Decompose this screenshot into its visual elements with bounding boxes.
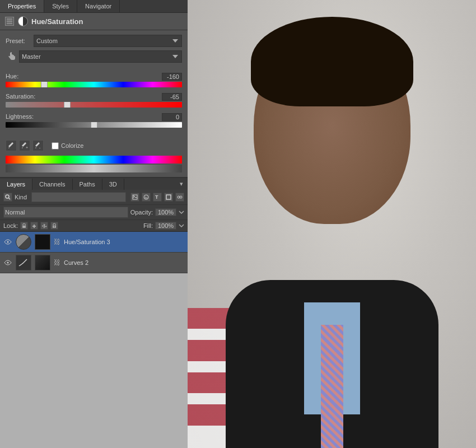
image-filter-icon[interactable] [130,193,139,202]
tab-bar: Properties Styles Navigator [0,0,188,13]
master-row: Master [6,50,182,63]
lock-row: Lock: Fill: 100% [0,220,188,232]
lightness-value[interactable]: 0 [162,113,182,121]
sliders-section: Hue: -160 Saturation: -65 Lightness: 0 [0,71,188,138]
layer-mask-thumb-1 [35,234,50,250]
layers-panel: Layers Channels Paths 3D ▾ Kind fx T [0,177,188,273]
layer-name-2[interactable]: Curves 2 [64,259,88,266]
rainbow-bar-top [6,156,182,164]
rainbow-bar-bottom [6,165,182,172]
preset-row: Preset: Custom [6,35,182,47]
fill-dropdown-icon[interactable] [179,223,184,228]
hand-icon [6,50,17,63]
tools-row: + - Colorize [0,138,188,156]
tab-layers[interactable]: Layers [0,179,32,190]
kind-filter-row: Kind fx T [0,190,188,205]
layer-link-icon-1: ⛓ [54,238,60,246]
text-filter-icon[interactable]: T [153,193,162,202]
hue-label: Hue: [6,73,18,81]
hue-track[interactable] [6,82,182,87]
adjustment-filter-icon[interactable] [175,193,184,202]
svg-text:fx: fx [145,196,148,199]
svg-point-13 [178,196,180,198]
svg-text:T: T [155,194,158,200]
fill-value[interactable]: 100% [155,222,176,230]
portrait-canvas [188,0,476,448]
lock-move-icon[interactable] [40,222,48,230]
saturation-value[interactable]: -65 [162,93,182,101]
lock-position-icon[interactable] [30,222,38,230]
kind-label: Kind [15,194,27,200]
kind-select[interactable] [31,192,126,202]
lock-label: Lock: [3,222,18,229]
blend-mode-select[interactable]: Normal [3,207,128,218]
panel-title: Hue/Saturation [31,17,83,26]
eyedropper-tool[interactable] [6,140,17,151]
svg-rect-15 [22,226,26,228]
layer-row[interactable]: ⛓ Hue/Saturation 3 [0,232,188,253]
preset-section: Preset: Custom Master [0,30,188,71]
hue-value[interactable]: -160 [162,73,182,81]
fill-label: Fill: [143,222,153,229]
layer-mask-thumb-2 [35,255,50,270]
tab-navigator[interactable]: Navigator [77,0,120,12]
svg-rect-0 [6,18,13,25]
tab-paths[interactable]: Paths [73,179,102,190]
layer-row[interactable]: ⛓ Curves 2 [0,253,188,273]
layer-icon-box [4,16,15,26]
svg-rect-12 [166,195,171,199]
tie-area [321,325,343,448]
blend-opacity-row: Normal Opacity: 100% [0,205,188,220]
svg-point-14 [180,196,182,198]
svg-point-19 [7,262,9,264]
huesat-adjustment-icon [16,234,31,250]
layers-panel-menu[interactable]: ▾ [175,178,188,190]
tab-styles[interactable]: Styles [44,0,77,12]
tab-properties[interactable]: Properties [0,0,44,12]
fx-filter-icon[interactable]: fx [142,193,151,202]
svg-line-6 [9,198,11,200]
colorize-checkbox[interactable] [52,142,59,150]
layer-link-icon-2: ⛓ [54,259,60,267]
eyedropper-plus-tool[interactable]: + [19,140,30,151]
colorize-checkbox-wrap: Colorize [52,142,83,150]
panel: Properties Styles Navigator Hue/Saturati… [0,0,188,273]
hue-slider-row: Hue: -160 [6,73,182,87]
lightness-thumb[interactable] [91,122,97,128]
search-icon[interactable] [3,193,12,202]
svg-point-18 [7,241,9,243]
lightness-track[interactable] [6,122,182,128]
layer-visibility-eye-1[interactable] [3,237,12,246]
saturation-thumb[interactable] [64,102,71,108]
lock-all-icon[interactable] [50,222,58,230]
lightness-slider-row: Lightness: 0 [6,113,182,128]
saturation-slider-row: Saturation: -65 [6,93,182,108]
saturation-track[interactable] [6,102,182,108]
opacity-dropdown-icon[interactable] [179,209,184,215]
saturation-label: Saturation: [6,93,35,101]
tab-channels[interactable]: Channels [32,179,72,190]
shape-filter-icon[interactable] [164,193,173,202]
lightness-label: Lightness: [6,113,34,121]
hue-thumb[interactable] [41,82,48,87]
preset-label: Preset: [6,38,34,44]
lock-pixels-icon[interactable] [20,222,28,230]
layer-name-1[interactable]: Hue/Saturation 3 [64,239,110,245]
svg-text:+: + [26,146,28,149]
master-select[interactable]: Master [19,50,182,63]
curves-adjustment-icon [16,255,31,270]
colorize-label: Colorize [61,142,83,149]
preset-select[interactable]: Custom [34,35,182,47]
svg-text:-: - [39,146,41,149]
opacity-value[interactable]: 100% [155,208,176,216]
eyedropper-minus-tool[interactable]: - [32,140,44,151]
svg-point-5 [6,195,9,198]
rainbow-section [0,156,188,177]
hair-area [251,17,413,106]
title-bar: Hue/Saturation [0,13,188,30]
opacity-label: Opacity: [130,209,153,216]
svg-point-17 [54,226,55,227]
half-circle-icon [18,16,28,26]
layer-visibility-eye-2[interactable] [3,258,12,267]
tab-3d[interactable]: 3D [102,179,124,190]
